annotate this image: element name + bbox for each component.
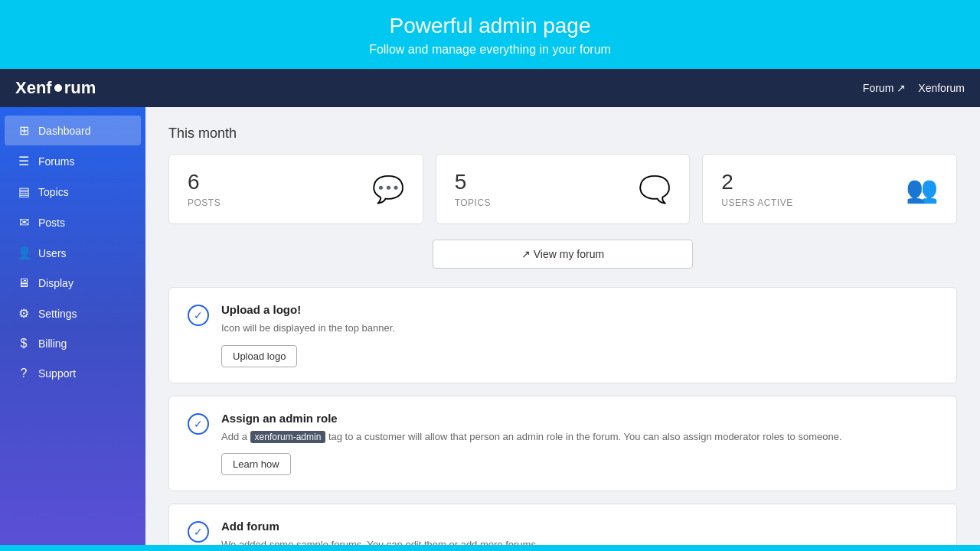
- task-card-upload-logo: ✓ Upload a logo! Icon will be displayed …: [168, 287, 957, 383]
- view-forum-button[interactable]: ↗ View my forum: [433, 240, 693, 269]
- assign-admin-desc: Add a xenforum-admin tag to a customer w…: [221, 429, 938, 445]
- topics-stat-icon: 🗨️: [639, 174, 671, 204]
- sidebar-label-display: Display: [38, 277, 74, 289]
- topics-count: 5: [455, 170, 491, 194]
- sidebar-item-dashboard[interactable]: ⊞ Dashboard: [5, 116, 141, 145]
- stat-card-topics: 5 TOPICS 🗨️: [436, 154, 691, 224]
- users-count: 2: [721, 170, 792, 194]
- add-forum-title: Add forum: [221, 520, 938, 533]
- sidebar-item-settings[interactable]: ⚙ Settings: [5, 298, 141, 328]
- billing-icon: $: [17, 337, 31, 350]
- task-check-upload-logo: ✓: [188, 305, 209, 326]
- dashboard-icon: ⊞: [17, 123, 31, 138]
- top-banner: Powerful admin page Follow and manage ev…: [0, 0, 980, 69]
- stat-info-users: 2 USERS ACTIVE: [721, 170, 792, 208]
- posts-count: 6: [188, 170, 220, 194]
- logo: Xenfrum: [15, 78, 96, 98]
- checkmark-icon-3: ✓: [194, 526, 203, 538]
- banner-title: Powerful admin page: [0, 14, 980, 38]
- upload-logo-title: Upload a logo!: [221, 303, 938, 316]
- desc-after: tag to a customer will allow that person…: [328, 431, 842, 442]
- posts-icon: ✉: [17, 215, 31, 230]
- support-icon: ?: [17, 367, 31, 380]
- topics-label: TOPICS: [455, 197, 491, 208]
- navbar-right: Forum ↗ Xenforum: [863, 82, 965, 94]
- main-content: This month 6 POSTS 💬 5 TOPICS 🗨️: [145, 107, 980, 545]
- sidebar-item-support[interactable]: ? Support: [5, 359, 141, 388]
- sidebar-label-forums: Forums: [38, 155, 74, 168]
- task-body-add-forum: Add forum We added some sample forums. Y…: [221, 520, 938, 545]
- display-icon: 🖥: [17, 276, 31, 290]
- forums-icon: ☰: [17, 154, 31, 168]
- external-icon: ↗: [521, 248, 534, 260]
- banner-subtitle: Follow and manage everything in your for…: [0, 43, 980, 57]
- learn-how-button[interactable]: Learn how: [221, 453, 291, 475]
- sidebar-label-billing: Billing: [38, 337, 67, 350]
- sidebar-label-dashboard: Dashboard: [38, 125, 91, 137]
- task-body-assign-admin: Assign an admin role Add a xenforum-admi…: [221, 412, 938, 476]
- main-area: ⊞ Dashboard ☰ Forums ▤ Topics ✉ Posts 👤 …: [0, 107, 980, 545]
- sidebar-item-posts[interactable]: ✉ Posts: [5, 207, 141, 237]
- sidebar-label-settings: Settings: [38, 308, 77, 320]
- sidebar-label-users: Users: [38, 247, 67, 259]
- assign-admin-title: Assign an admin role: [221, 412, 938, 425]
- sidebar-item-forums[interactable]: ☰ Forums: [5, 146, 141, 176]
- upload-logo-button[interactable]: Upload logo: [221, 345, 297, 367]
- sidebar-label-posts: Posts: [38, 217, 65, 229]
- task-check-add-forum: ✓: [188, 521, 209, 543]
- users-label: USERS ACTIVE: [721, 197, 792, 208]
- topics-icon: ▤: [17, 184, 31, 199]
- users-icon: 👤: [17, 246, 31, 260]
- checkmark-icon: ✓: [194, 309, 203, 321]
- task-check-assign-admin: ✓: [188, 413, 209, 435]
- app-shell: Xenfrum Forum ↗ Xenforum ⊞ Dashboard ☰ F…: [0, 69, 980, 545]
- stat-info-topics: 5 TOPICS: [455, 170, 491, 208]
- sidebar-item-billing[interactable]: $ Billing: [5, 329, 141, 358]
- section-title: This month: [168, 126, 957, 142]
- users-stat-icon: 👥: [906, 174, 938, 204]
- stats-row: 6 POSTS 💬 5 TOPICS 🗨️ 2 USERS ACTIVE: [168, 154, 957, 224]
- logo-dot: [54, 84, 62, 92]
- settings-icon: ⚙: [17, 306, 31, 321]
- sidebar-item-users[interactable]: 👤 Users: [5, 238, 141, 268]
- upload-logo-desc: Icon will be displayed in the top banner…: [221, 321, 938, 336]
- external-link-icon: ↗: [897, 82, 906, 94]
- task-card-add-forum: ✓ Add forum We added some sample forums.…: [168, 504, 957, 545]
- checkmark-icon-2: ✓: [194, 418, 203, 430]
- forum-link[interactable]: Forum ↗: [863, 82, 906, 94]
- stat-card-users: 2 USERS ACTIVE 👥: [702, 154, 957, 224]
- site-name: Xenforum: [918, 82, 965, 94]
- sidebar-label-support: Support: [38, 367, 76, 380]
- admin-tag: xenforum-admin: [250, 431, 326, 443]
- sidebar-label-topics: Topics: [38, 186, 69, 198]
- task-card-assign-admin: ✓ Assign an admin role Add a xenforum-ad…: [168, 396, 957, 492]
- posts-label: POSTS: [188, 197, 220, 208]
- posts-stat-icon: 💬: [372, 174, 404, 204]
- stat-card-posts: 6 POSTS 💬: [168, 154, 423, 224]
- task-body-upload-logo: Upload a logo! Icon will be displayed in…: [221, 303, 938, 367]
- stat-info-posts: 6 POSTS: [188, 170, 220, 208]
- desc-before: Add a: [221, 431, 247, 442]
- navbar: Xenfrum Forum ↗ Xenforum: [0, 69, 980, 107]
- sidebar-item-topics[interactable]: ▤ Topics: [5, 177, 141, 207]
- sidebar-item-display[interactable]: 🖥 Display: [5, 269, 141, 298]
- sidebar: ⊞ Dashboard ☰ Forums ▤ Topics ✉ Posts 👤 …: [0, 107, 145, 545]
- add-forum-desc: We added some sample forums. You can edi…: [221, 537, 938, 545]
